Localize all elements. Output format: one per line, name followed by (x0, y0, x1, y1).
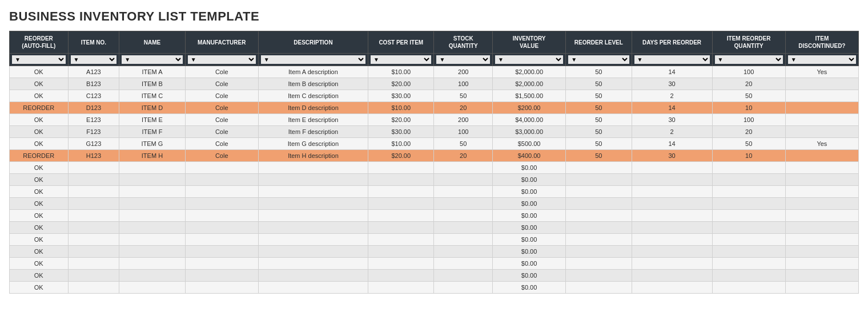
cell-item_no (68, 234, 119, 246)
cell-inventory_value: $1,500.00 (493, 90, 566, 102)
cell-stock_quantity (434, 222, 493, 234)
cell-item_discontinued (785, 210, 858, 222)
cell-name (119, 174, 185, 186)
cell-inventory_value: $0.00 (493, 186, 566, 198)
cell-reorder: OK (10, 66, 69, 78)
cell-manufacturer (185, 162, 258, 174)
cell-inventory_value: $0.00 (493, 270, 566, 282)
cell-description (258, 282, 368, 294)
cell-item_discontinued (785, 186, 858, 198)
cell-stock_quantity (434, 162, 493, 174)
cell-item_reorder_quantity (712, 186, 785, 198)
cell-item_reorder_quantity: 100 (712, 66, 785, 78)
cell-cost_per_item: $10.00 (368, 66, 434, 78)
filter-reorder[interactable]: ▼ (12, 55, 66, 64)
cell-cost_per_item: $20.00 (368, 150, 434, 162)
cell-item_reorder_quantity: 100 (712, 114, 785, 126)
cell-inventory_value: $0.00 (493, 258, 566, 270)
cell-manufacturer: Cole (185, 66, 258, 78)
cell-inventory_value: $0.00 (493, 234, 566, 246)
cell-inventory_value: $0.00 (493, 174, 566, 186)
cell-stock_quantity (434, 174, 493, 186)
table-row: OK$0.00 (10, 222, 859, 234)
cell-reorder: OK (10, 246, 69, 258)
cell-description: Item A description (258, 66, 368, 78)
filter-cost[interactable]: ▼ (371, 55, 431, 64)
cell-manufacturer (185, 270, 258, 282)
cell-item_reorder_quantity (712, 222, 785, 234)
col-item-reorder-quantity: ITEM REORDERQUANTITY (712, 31, 785, 54)
filter-days[interactable]: ▼ (634, 55, 710, 64)
table-row: OKC123ITEM CColeItem C description$30.00… (10, 90, 859, 102)
filter-item-no[interactable]: ▼ (71, 55, 117, 64)
cell-days_per_reorder (632, 234, 712, 246)
cell-item_discontinued (785, 282, 858, 294)
cell-reorder_level (566, 246, 632, 258)
filter-row: ▼ ▼ ▼ ▼ ▼ ▼ ▼ ▼ ▼ ▼ ▼ ▼ (10, 54, 859, 66)
cell-item_reorder_quantity (712, 234, 785, 246)
cell-inventory_value: $400.00 (493, 150, 566, 162)
filter-reorder-qty[interactable]: ▼ (715, 55, 783, 64)
cell-stock_quantity (434, 282, 493, 294)
col-item-discontinued: ITEMDISCONTINUED? (785, 31, 858, 54)
cell-description (258, 270, 368, 282)
cell-days_per_reorder: 14 (632, 66, 712, 78)
cell-days_per_reorder: 2 (632, 126, 712, 138)
cell-cost_per_item (368, 222, 434, 234)
cell-item_no: H123 (68, 150, 119, 162)
cell-item_no (68, 270, 119, 282)
cell-stock_quantity: 100 (434, 126, 493, 138)
filter-manufacturer[interactable]: ▼ (188, 55, 256, 64)
cell-cost_per_item: $20.00 (368, 78, 434, 90)
cell-stock_quantity: 50 (434, 138, 493, 150)
cell-days_per_reorder (632, 258, 712, 270)
cell-cost_per_item: $20.00 (368, 114, 434, 126)
cell-manufacturer: Cole (185, 114, 258, 126)
cell-description: Item B description (258, 78, 368, 90)
filter-discontinued[interactable]: ▼ (788, 55, 856, 64)
filter-name[interactable]: ▼ (122, 55, 182, 64)
cell-manufacturer: Cole (185, 150, 258, 162)
table-row: OK$0.00 (10, 174, 859, 186)
cell-reorder: OK (10, 138, 69, 150)
cell-item_discontinued (785, 258, 858, 270)
cell-reorder_level: 50 (566, 114, 632, 126)
table-header: REORDER(auto-fill) ITEM NO. NAME MANUFAC… (10, 31, 859, 54)
cell-stock_quantity (434, 234, 493, 246)
cell-reorder: OK (10, 126, 69, 138)
table-row: REORDERH123ITEM HColeItem H description$… (10, 150, 859, 162)
cell-cost_per_item: $10.00 (368, 138, 434, 150)
cell-stock_quantity (434, 246, 493, 258)
cell-item_reorder_quantity: 10 (712, 102, 785, 114)
table-row: REORDERD123ITEM DColeItem D description$… (10, 102, 859, 114)
cell-reorder_level: 50 (566, 66, 632, 78)
cell-name (119, 210, 185, 222)
cell-item_discontinued (785, 174, 858, 186)
cell-name (119, 162, 185, 174)
filter-reorder-level[interactable]: ▼ (568, 55, 629, 64)
inventory-table: REORDER(auto-fill) ITEM NO. NAME MANUFAC… (9, 31, 859, 294)
cell-manufacturer: Cole (185, 90, 258, 102)
cell-item_reorder_quantity (712, 246, 785, 258)
cell-reorder_level: 50 (566, 78, 632, 90)
cell-reorder_level: 50 (566, 102, 632, 114)
cell-item_no: G123 (68, 138, 119, 150)
cell-stock_quantity: 50 (434, 90, 493, 102)
filter-description[interactable]: ▼ (261, 55, 365, 64)
cell-manufacturer (185, 246, 258, 258)
cell-item_reorder_quantity (712, 198, 785, 210)
cell-item_no: D123 (68, 102, 119, 114)
filter-inv-value[interactable]: ▼ (495, 55, 563, 64)
cell-days_per_reorder: 30 (632, 78, 712, 90)
cell-reorder_level (566, 186, 632, 198)
cell-inventory_value: $2,000.00 (493, 78, 566, 90)
cell-reorder: OK (10, 90, 69, 102)
cell-item_no (68, 282, 119, 294)
cell-days_per_reorder (632, 246, 712, 258)
cell-item_reorder_quantity (712, 210, 785, 222)
cell-reorder_level: 50 (566, 90, 632, 102)
cell-item_reorder_quantity: 50 (712, 138, 785, 150)
cell-name (119, 258, 185, 270)
filter-stock[interactable]: ▼ (436, 55, 490, 64)
cell-manufacturer: Cole (185, 78, 258, 90)
